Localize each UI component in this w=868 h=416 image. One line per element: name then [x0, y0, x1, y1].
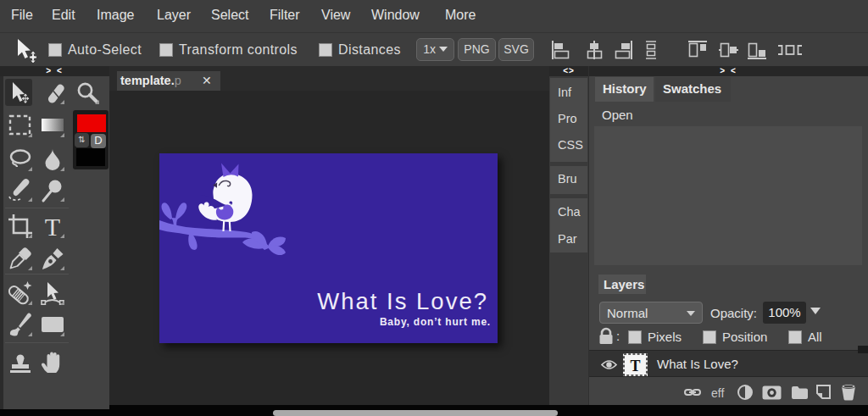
svg-text:T: T [630, 358, 640, 374]
svg-text:T: T [45, 213, 60, 240]
svg-text:Baby, don’t hurt me.: Baby, don’t hurt me. [380, 316, 491, 328]
svg-text:What Is Love?: What Is Love? [317, 288, 488, 314]
